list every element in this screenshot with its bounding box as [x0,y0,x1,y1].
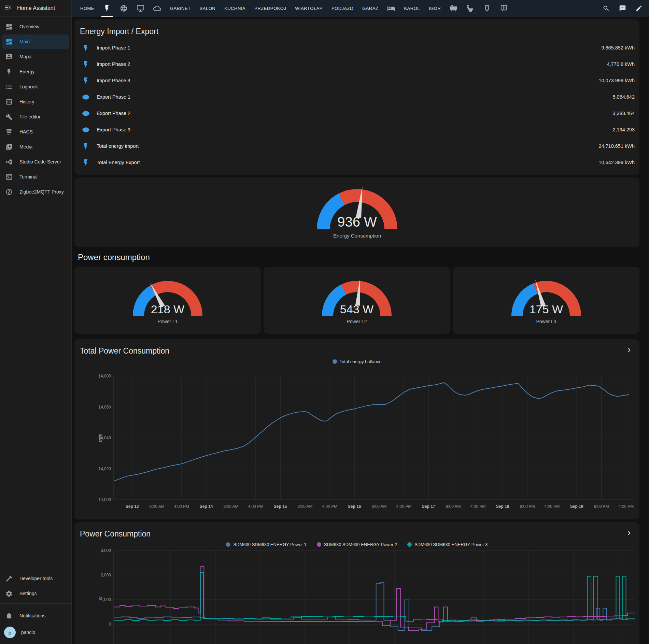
nav-tab-wiarto-ap[interactable]: WIARTOŁAP [291,0,327,17]
cloud-icon [153,4,161,12]
entity-row-import-phase-2[interactable]: Import Phase 24,770.8 kWh [74,56,639,72]
nav-tab-toilet[interactable] [462,0,479,17]
svg-text:14,000: 14,000 [98,497,111,502]
nav-tab-podjazd[interactable]: PODJAZD [327,0,358,17]
sidebar-item-overview[interactable]: Overview [2,19,69,34]
nav-tab-water-heater[interactable] [479,0,495,17]
sidebar-item-label: Mapa [19,54,31,59]
gauge-value: 175 W [530,303,563,316]
entity-row-export-phase-2[interactable]: Export Phase 23,383.464 [74,105,639,121]
chart-legend: SDM630 SDM630 ENERGY Power 1SDM630 SDM63… [74,539,639,547]
sidebar-item-main[interactable]: Main [2,34,69,49]
nav-tab-home[interactable]: HOME [76,0,99,17]
nav-tab-flash[interactable] [99,0,115,17]
sidebar: Home Assistant OverviewMainMapaEnergyLog… [0,0,72,644]
pencil-button[interactable] [632,2,646,15]
total-power-consumption-card: Total Power Consumption Total energy bal… [74,339,639,519]
nav-tab-wardrobe[interactable] [495,0,512,17]
entity-label: Total Energy Export [97,160,140,165]
chevron-right-icon[interactable] [625,529,633,539]
sidebar-item-hacs[interactable]: HACSHACS [2,125,69,139]
svg-text:8:00 AM: 8:00 AM [224,504,239,509]
nav-tab-gara[interactable]: GARAŻ [358,0,383,17]
sidebar-item-label: Media [19,144,32,149]
gauge-card-power-l2[interactable]: 543 W Power L2 [264,267,450,334]
nav-tab-cloud[interactable] [149,0,166,17]
gauge-card-power-l3[interactable]: 175 W Power L3 [453,267,639,334]
sidebar-item-developer-tools[interactable]: Developer tools [2,571,69,586]
legend-item-total-energy-ballance[interactable]: Total energy ballance [333,359,382,364]
sidebar-notifications: Notifications [0,606,71,624]
sidebar-item-history[interactable]: History [2,95,69,109]
search-button[interactable] [599,2,613,15]
gauge-card-power-l1[interactable]: 218 W Power L1 [74,267,261,334]
legend-label: SDM630 SDM630 ENERGY Power 2 [324,542,397,547]
total-energy-line-chart[interactable]: 14,00014,02014,04014,06014,080Sep 138:00… [74,364,639,517]
sidebar-item-energy[interactable]: Energy [2,65,69,79]
sidebar-item-settings[interactable]: Settings [2,586,69,601]
legend-dot [317,542,321,547]
chevron-right-icon[interactable] [625,346,633,356]
nav-tab-gabinet[interactable]: GABINET [166,0,195,17]
nav-tab-bathtub[interactable] [445,0,462,17]
legend-item-sdm630-sdm630-energy-power-3[interactable]: SDM630 SDM630 ENERGY Power 3 [407,542,488,547]
nav-tab-karol[interactable]: KAROL [399,0,424,17]
legend-label: SDM630 SDM630 ENERGY Power 3 [414,542,488,547]
sidebar-item-label: Overview [19,24,39,29]
cog-icon [5,590,13,597]
entity-label: Export Phase 3 [97,127,130,132]
nav-tab-bed[interactable] [383,0,399,17]
legend-dot [333,359,337,364]
svg-text:Sep 18: Sep 18 [496,504,509,509]
nav-tab-web[interactable] [115,0,132,17]
entity-row-import-phase-3[interactable]: Import Phase 310,073.999 kWh [74,72,639,89]
flash-icon [82,159,90,167]
eye-icon [82,110,90,117]
nav-tab-kuchnia[interactable]: KUCHNIA [220,0,250,17]
chat-button[interactable] [616,2,629,15]
nav-tab-przedpok-j[interactable]: PRZEDPOKÓJ [250,0,291,17]
gauge-label: Power L1 [158,319,178,324]
menu-open-icon [4,4,12,11]
sidebar-item-label: Energy [19,69,34,74]
legend-item-sdm630-sdm630-energy-power-2[interactable]: SDM630 SDM630 ENERGY Power 2 [317,542,397,547]
power-phases-step-chart[interactable]: 01,0002,0003,000W [74,547,639,644]
svg-text:kWh: kWh [98,434,103,442]
sidebar-item-terminal[interactable]: Terminal [2,170,69,184]
sidebar-header: Home Assistant [0,0,71,17]
entity-row-import-phase-1[interactable]: Import Phase 19,865.852 kWh [74,40,639,56]
sidebar-item-notifications[interactable]: Notifications [2,609,69,623]
web-icon [120,4,128,12]
sidebar-item-logbook[interactable]: Logbook [2,80,69,94]
entity-row-export-phase-1[interactable]: Export Phase 15,064.642 [74,89,639,105]
entity-row-total-energy-export[interactable]: Total Energy Export10,642.399 kWh [74,154,639,171]
entity-row-export-phase-3[interactable]: Export Phase 32,194.293 [74,121,639,138]
entity-row-total-energy-import[interactable]: Total energy import24,710.651 kWh [74,138,639,154]
chevron-right-icon [625,346,633,354]
gauge-value: 218 W [151,303,184,316]
sidebar-item-zigbee2mqtt-proxy[interactable]: Zigbee2MQTT Proxy [2,185,69,199]
menu-open-icon[interactable] [4,4,12,13]
chat-icon [619,5,626,12]
gauge: 218 W Power L1 [130,277,205,325]
energy-import-export-card: Energy Import / Export Import Phase 19,8… [74,19,639,175]
sidebar-item-user[interactable]: p pancio [2,624,69,641]
sidebar-item-media[interactable]: Media [2,140,69,154]
flash-icon [82,60,90,68]
sidebar-item-studio-code-server[interactable]: Studio Code Server [2,155,69,169]
card-title: Power Consumption [80,529,151,539]
sidebar-item-file-editor[interactable]: File editor [2,110,69,124]
nav-tab-monitor[interactable] [132,0,149,17]
legend-item-sdm630-sdm630-energy-power-1[interactable]: SDM630 SDM630 ENERGY Power 1 [226,542,306,547]
nav-tab-igor[interactable]: IGOR [424,0,445,17]
nav-tab-salon[interactable]: SALON [195,0,220,17]
sidebar-item-mapa[interactable]: Mapa [2,49,69,64]
svg-text:0: 0 [109,622,111,627]
monitor-icon [137,4,144,12]
bed-icon [387,4,395,12]
energy-consumption-gauge-card[interactable]: 936 W Energy Consumption [74,177,639,247]
entity-value: 4,770.8 kWh [607,61,635,67]
entity-value: 9,865.852 kWh [601,45,635,51]
account-map-icon [5,53,13,60]
entity-value: 2,194.293 [612,127,635,132]
